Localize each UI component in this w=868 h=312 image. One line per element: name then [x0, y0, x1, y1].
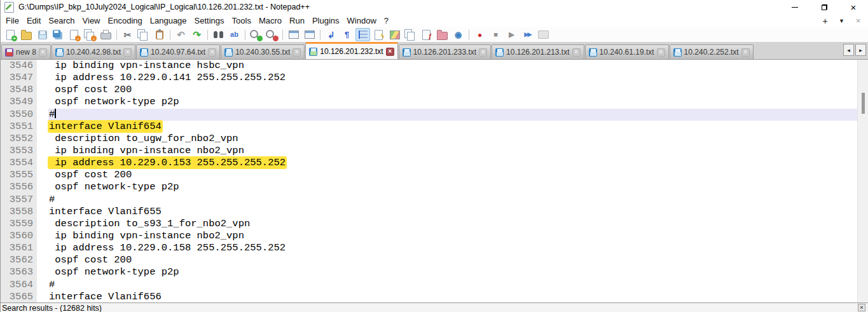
menu-run[interactable]: Run	[286, 15, 308, 27]
scroll-tabs-right-button[interactable]: ▸	[855, 44, 866, 56]
tab-close-icon[interactable]: ×	[208, 48, 216, 57]
menu-window[interactable]: Window	[343, 15, 380, 27]
line-text[interactable]: ip binding vpn-instance hsbc_vpn	[48, 60, 868, 72]
tab-close-icon[interactable]: ×	[386, 48, 394, 56]
menu-macro[interactable]: Macro	[255, 15, 286, 27]
tab-10.240.97.64.txt[interactable]: 10.240.97.64.txt×	[136, 44, 220, 59]
line-text[interactable]: ip binding vpn-instance nbo2_vpn	[48, 145, 868, 157]
search-results-close-icon[interactable]: ×	[858, 304, 865, 311]
macro-run-multiple-icon[interactable]: ▶▶	[520, 28, 535, 41]
macro-play-icon[interactable]: ▶	[504, 28, 519, 41]
menu-help[interactable]: ?	[380, 15, 392, 27]
tab-close-icon[interactable]: ×	[293, 48, 301, 57]
scrollbar-thumb[interactable]	[862, 93, 865, 114]
folder-as-workspace-icon[interactable]	[435, 28, 450, 41]
save-icon[interactable]	[35, 28, 50, 41]
cut-icon[interactable]: ✂	[120, 28, 135, 41]
tab-10.126.201.232.txt[interactable]: 10.126.201.232.txt×	[305, 42, 397, 59]
open-file-icon[interactable]	[19, 28, 34, 41]
line-text[interactable]: ospf network-type p2p	[48, 266, 868, 278]
tab-close-icon[interactable]: ×	[572, 48, 581, 57]
tab-close-icon[interactable]: ×	[657, 48, 665, 57]
line-number: 3558	[1, 206, 37, 218]
find-icon[interactable]	[211, 28, 226, 41]
menu-view[interactable]: View	[79, 15, 104, 27]
indent-guide-icon[interactable]	[355, 28, 370, 41]
line-text[interactable]: description to_s93_1_for_nbo2_vpn	[48, 218, 868, 230]
show-all-characters-icon[interactable]: ¶	[340, 28, 354, 41]
line-text[interactable]: interface Vlanif655	[48, 206, 868, 218]
copy-icon[interactable]	[136, 28, 151, 41]
menu-file[interactable]: File	[2, 15, 23, 27]
line-text[interactable]: ip address 10.229.0.153 255.255.255.252	[48, 157, 868, 169]
tab-10.126.201.233.txt[interactable]: 10.126.201.233.txt×	[399, 44, 491, 59]
tab-close-icon[interactable]: ×	[741, 48, 750, 57]
menu-tools[interactable]: Tools	[228, 15, 255, 27]
line-text[interactable]: ospf cost 200	[48, 254, 868, 266]
line-text[interactable]: ip address 10.229.0.141 255.255.255.252	[48, 72, 868, 84]
minimize-button[interactable]	[780, 0, 809, 14]
word-wrap-icon[interactable]: ↲	[324, 28, 338, 41]
menu-edit[interactable]: Edit	[23, 15, 45, 27]
sync-horizontal-scroll-icon[interactable]	[302, 28, 317, 41]
macro-save-icon[interactable]	[536, 28, 551, 41]
file-saved-icon	[673, 48, 682, 57]
tab-close-icon[interactable]: ×	[479, 48, 487, 57]
scroll-tabs-left-button[interactable]: ◂	[843, 44, 854, 56]
monitoring-icon[interactable]: ◉	[451, 28, 465, 41]
document-list-icon[interactable]	[403, 28, 418, 41]
menu-language[interactable]: Language	[146, 15, 191, 27]
zoom-out-icon[interactable]	[265, 28, 279, 41]
macro-record-icon[interactable]: ●	[472, 28, 487, 41]
tab-new-8[interactable]: new 8×	[1, 44, 51, 59]
close-button[interactable]: ×	[839, 0, 868, 14]
line-text[interactable]: interface Vlanif654	[48, 121, 868, 133]
undo-icon[interactable]: ↶	[174, 28, 188, 41]
replace-icon[interactable]: ab	[227, 28, 242, 41]
line-text[interactable]: ospf network-type p2p	[48, 96, 868, 108]
tab-close-icon[interactable]: ×	[123, 48, 132, 57]
tab-close-icon[interactable]: ×	[39, 48, 47, 57]
menu-plugins[interactable]: Plugins	[308, 15, 343, 27]
tab-10.240.61.19.txt[interactable]: 10.240.61.19.txt×	[585, 44, 669, 59]
menu-search[interactable]: Search	[45, 15, 78, 27]
new-tab-button[interactable]: +	[820, 16, 830, 26]
tab-10.126.201.213.txt[interactable]: 10.126.201.213.txt×	[492, 44, 584, 59]
sync-vertical-scroll-icon[interactable]	[286, 28, 301, 41]
line-text[interactable]: #	[48, 279, 868, 291]
tab-list-dropdown-icon[interactable]: ▼	[836, 18, 847, 24]
line-text[interactable]: description to_ugw_for_nbo2_vpn	[48, 133, 868, 145]
document-map-icon[interactable]	[387, 28, 402, 41]
editor-line: 3563 ospf network-type p2p	[1, 266, 868, 278]
line-text[interactable]: ospf cost 200	[48, 169, 868, 181]
paste-icon[interactable]	[152, 28, 167, 41]
line-text[interactable]: ospf network-type p2p	[48, 181, 868, 193]
line-text[interactable]: ospf cost 200	[48, 84, 868, 96]
line-text[interactable]: #	[48, 194, 868, 206]
line-text[interactable]: #	[48, 109, 868, 121]
new-file-icon[interactable]: +	[3, 28, 18, 41]
line-text[interactable]: interface Vlanif656	[48, 291, 868, 302]
menu-settings[interactable]: Settings	[191, 15, 228, 27]
file-saved-icon	[5, 48, 13, 57]
close-all-icon[interactable]: -	[83, 28, 97, 41]
close-current-tab-icon[interactable]: ×	[853, 16, 864, 25]
print-icon[interactable]	[99, 28, 113, 41]
tab-10.240.2.252.txt[interactable]: 10.240.2.252.txt×	[670, 44, 754, 59]
line-text[interactable]: ip binding vpn-instance nbo2_vpn	[48, 230, 868, 242]
restore-button[interactable]	[809, 0, 839, 14]
user-defined-language-icon[interactable]: ϟ	[371, 28, 386, 41]
tab-10.240.42.98.txt[interactable]: 10.240.42.98.txt×	[52, 44, 135, 59]
zoom-in-icon[interactable]	[249, 28, 263, 41]
menu-encoding[interactable]: Encoding	[104, 15, 146, 27]
line-text[interactable]: ip address 10.229.0.158 255.255.255.252	[48, 242, 868, 254]
function-list-icon[interactable]: ƒ	[419, 28, 434, 41]
editor[interactable]: 3546 ip binding vpn-instance hsbc_vpn354…	[1, 60, 868, 302]
search-highlight: interface Vlanif654	[48, 120, 163, 133]
redo-icon[interactable]: ↷	[189, 28, 204, 41]
macro-stop-icon[interactable]: ■	[488, 28, 503, 41]
close-file-icon[interactable]: -	[67, 28, 81, 41]
tab-10.240.30.55.txt[interactable]: 10.240.30.55.txt×	[221, 44, 305, 59]
save-all-icon[interactable]	[51, 28, 65, 41]
vertical-scrollbar[interactable]	[857, 60, 868, 302]
